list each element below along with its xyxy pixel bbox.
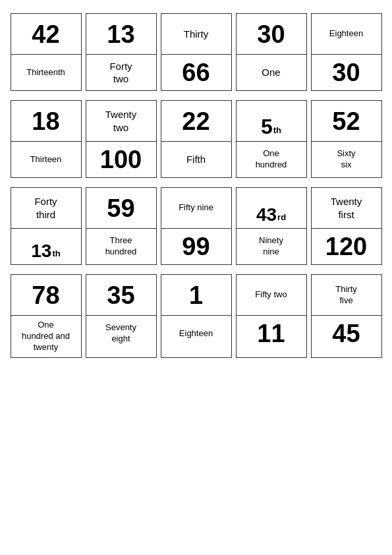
card-top-0-0: 42 [11,14,81,55]
card-1-3: 5thOne hundred [236,100,307,178]
card-2-0: Forty third13th [11,187,82,265]
card-bottom-1-4: Sixty six [312,142,381,177]
card-bottom-1-1: 100 [86,142,156,177]
card-top-2-2: Fifty nine [161,188,231,229]
row-0: 42Thirteenth13Forty twoThirty6630OneEigh… [11,13,382,91]
card-3-3: Fifty two11 [236,274,307,358]
card-0-2: Thirty66 [161,13,232,91]
card-top-2-3: 43rd [237,188,306,229]
card-bottom-2-3: Ninety nine [237,229,306,264]
card-top-3-2: 1 [161,275,231,316]
card-bottom-2-1: Three hundred [86,229,156,264]
bingo-grid: 42Thirteenth13Forty twoThirty6630OneEigh… [11,13,382,358]
row-3: 78One hundred and twenty35Seventy eight1… [11,274,382,358]
card-top-3-4: Thirty five [312,275,381,316]
card-bottom-3-2: Eighteen [161,316,231,351]
card-1-4: 52Sixty six [311,100,382,178]
card-top-2-1: 59 [86,188,156,229]
card-top-0-1: 13 [86,14,156,55]
card-top-1-2: 22 [161,101,231,142]
card-top-1-4: 52 [312,101,381,142]
card-3-4: Thirty five45 [311,274,382,358]
card-0-0: 42Thirteenth [11,13,82,91]
row-1: 18ThirteenTwenty two10022Fifth5thOne hun… [11,100,382,178]
card-bottom-2-0: 13th [11,229,81,264]
card-bottom-3-4: 45 [312,316,381,351]
card-2-2: Fifty nine99 [161,187,232,265]
card-2-1: 59Three hundred [86,187,157,265]
card-bottom-2-2: 99 [161,229,231,264]
card-1-0: 18Thirteen [11,100,82,178]
card-top-1-3: 5th [237,101,306,142]
row-2: Forty third13th59Three hundredFifty nine… [11,187,382,265]
card-2-3: 43rdNinety nine [236,187,307,265]
card-0-3: 30One [236,13,307,91]
card-bottom-0-0: Thirteenth [11,55,81,90]
card-bottom-2-4: 120 [312,229,381,264]
card-bottom-0-3: One [237,55,306,90]
card-3-0: 78One hundred and twenty [11,274,82,358]
card-0-4: Eighteen30 [311,13,382,91]
card-bottom-0-1: Forty two [86,55,156,90]
card-top-0-4: Eighteen [312,14,381,55]
card-bottom-0-4: 30 [312,55,381,90]
card-2-4: Twenty first120 [311,187,382,265]
card-0-1: 13Forty two [86,13,157,91]
card-bottom-1-2: Fifth [161,142,231,177]
card-bottom-3-0: One hundred and twenty [11,316,81,357]
card-top-0-3: 30 [237,14,306,55]
card-bottom-0-2: 66 [161,55,231,90]
card-1-2: 22Fifth [161,100,232,178]
card-top-2-0: Forty third [11,188,81,229]
card-3-1: 35Seventy eight [86,274,157,358]
card-top-0-2: Thirty [161,14,231,55]
card-top-1-0: 18 [11,101,81,142]
card-top-2-4: Twenty first [312,188,381,229]
card-top-3-3: Fifty two [237,275,306,316]
card-bottom-3-3: 11 [237,316,306,351]
card-bottom-3-1: Seventy eight [86,316,156,351]
card-bottom-1-0: Thirteen [11,142,81,177]
card-top-1-1: Twenty two [86,101,156,142]
card-top-3-0: 78 [11,275,81,316]
card-1-1: Twenty two100 [86,100,157,178]
card-bottom-1-3: One hundred [237,142,306,177]
card-3-2: 1Eighteen [161,274,232,358]
card-top-3-1: 35 [86,275,156,316]
